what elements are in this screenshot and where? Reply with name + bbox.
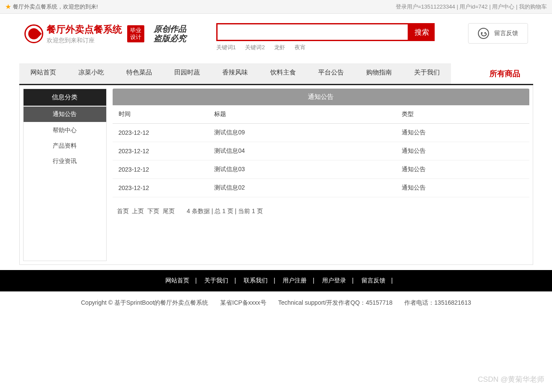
- graduation-badge: 毕业 设计: [127, 25, 144, 42]
- nav-vegetables[interactable]: 田园时蔬: [163, 63, 211, 84]
- nav-special[interactable]: 特色菜品: [115, 63, 163, 84]
- footer-link-register[interactable]: 用户注册: [277, 277, 313, 284]
- logo-subtitle: 欢迎您到来和订座: [47, 37, 122, 45]
- user-center-link[interactable]: 用户中心: [492, 3, 514, 10]
- nav-drinks[interactable]: 饮料主食: [259, 63, 307, 84]
- col-type: 类型: [396, 105, 529, 124]
- pager-info: 4 条数据 | 总 1 页 | 当前 1 页: [187, 208, 263, 214]
- content-header: 通知公告: [113, 89, 529, 105]
- user-id: 用户id=742: [460, 3, 487, 10]
- sidebar-item-help[interactable]: 帮助中心: [24, 123, 106, 138]
- welcome-text: 餐厅外卖点餐系统，欢迎您的到来!: [13, 3, 98, 11]
- pager-first[interactable]: 首页: [117, 208, 129, 214]
- col-time: 时间: [113, 105, 209, 124]
- sidebar-list: 通知公告 帮助中心 产品资料 行业资讯: [24, 107, 106, 169]
- author-phone: 作者电话：13516821613: [404, 299, 471, 306]
- search-row: 搜索: [216, 23, 435, 41]
- keywords: 关键词1 关键词2 龙虾 夜宵: [216, 44, 435, 51]
- col-title: 标题: [208, 105, 396, 124]
- search-input[interactable]: [216, 23, 409, 41]
- person-icon: [478, 28, 489, 39]
- sidebar-item-industry[interactable]: 行业资讯: [24, 154, 106, 169]
- top-bar-right: 登录用户=13511223344 | 用户id=742 | 用户中心 | 我的购…: [396, 3, 547, 11]
- footer-link-contact[interactable]: 联系我们: [238, 277, 274, 284]
- keyword-link[interactable]: 龙虾: [274, 44, 285, 50]
- nav-all-products[interactable]: 所有商品: [477, 63, 533, 84]
- main-content: 信息分类 通知公告 帮助中心 产品资料 行业资讯 通知公告 时间 标题 类型 2…: [19, 85, 533, 265]
- sidebar-title: 信息分类: [24, 89, 106, 106]
- pager-last[interactable]: 尾页: [163, 208, 175, 214]
- nav-guide[interactable]: 购物指南: [355, 63, 403, 84]
- main-nav: 网站首页 凉菜小吃 特色菜品 田园时蔬 香辣风味 饮料主食 平台公告 购物指南 …: [19, 63, 533, 85]
- pager: 首页 上页 下页 尾页 4 条数据 | 总 1 页 | 当前 1 页: [113, 197, 529, 226]
- keyword-link[interactable]: 关键词1: [216, 44, 236, 50]
- search-button[interactable]: 搜索: [409, 23, 435, 41]
- table-row[interactable]: 2023-12-12 测试信息04 通知公告: [113, 142, 529, 160]
- nav-cold-dishes[interactable]: 凉菜小吃: [67, 63, 115, 84]
- pager-prev[interactable]: 上页: [132, 208, 144, 214]
- search-block: 搜索 关键词1 关键词2 龙虾 夜宵: [216, 23, 435, 51]
- header: 餐厅外卖点餐系统 欢迎您到来和订座 毕业 设计 原创作品 盗版必究 搜索 关键词…: [19, 14, 533, 56]
- top-bar-left: ★ 餐厅外卖点餐系统，欢迎您的到来!: [5, 3, 98, 11]
- my-cart-link[interactable]: 我的购物车: [519, 3, 547, 10]
- tech-support: Technical support/开发作者QQ：45157718: [278, 299, 393, 306]
- keyword-link[interactable]: 关键词2: [245, 44, 265, 50]
- logo-text: 餐厅外卖点餐系统 欢迎您到来和订座: [47, 23, 122, 45]
- footer-link-login[interactable]: 用户登录: [316, 277, 352, 284]
- nav-about[interactable]: 关于我们: [403, 63, 451, 84]
- sidebar-item-product[interactable]: 产品资料: [24, 138, 106, 154]
- table-header-row: 时间 标题 类型: [113, 105, 529, 124]
- sidebar: 信息分类 通知公告 帮助中心 产品资料 行业资讯: [23, 89, 107, 261]
- nav-home[interactable]: 网站首页: [19, 63, 67, 84]
- star-icon: ★: [5, 3, 11, 11]
- feedback-button[interactable]: 留言反馈: [468, 23, 528, 44]
- table-row[interactable]: 2023-12-12 测试信息03 通知公告: [113, 160, 529, 179]
- content-panel: 通知公告 时间 标题 类型 2023-12-12 测试信息09 通知公告 202…: [113, 89, 529, 261]
- table-row[interactable]: 2023-12-12 测试信息09 通知公告: [113, 124, 529, 142]
- keyword-link[interactable]: 夜宵: [295, 44, 306, 50]
- footer-link-feedback[interactable]: 留言反馈: [355, 277, 391, 284]
- footer-nav: 网站首页| 关于我们| 联系我们| 用户注册| 用户登录| 留言反馈|: [0, 270, 552, 291]
- footer-link-home[interactable]: 网站首页: [159, 277, 195, 284]
- pager-next[interactable]: 下页: [147, 208, 159, 214]
- logo-title: 餐厅外卖点餐系统: [47, 23, 122, 36]
- feedback-label: 留言反馈: [494, 30, 518, 37]
- logo-icon: [24, 24, 43, 43]
- script-text: 原创作品 盗版必究: [154, 24, 186, 43]
- nav-spicy[interactable]: 香辣风味: [211, 63, 259, 84]
- logo-block[interactable]: 餐厅外卖点餐系统 欢迎您到来和订座 毕业 设计 原创作品 盗版必究: [24, 23, 186, 45]
- table-row[interactable]: 2023-12-12 测试信息02 通知公告: [113, 179, 529, 197]
- icp-text: 某省ICP备xxxx号: [220, 299, 266, 306]
- sidebar-item-notice[interactable]: 通知公告: [24, 107, 106, 122]
- footer-copyright: Copyright © 基于SprintBoot的餐厅外卖点餐系统 某省ICP备…: [0, 291, 552, 315]
- notice-table: 时间 标题 类型 2023-12-12 测试信息09 通知公告 2023-12-…: [113, 105, 529, 197]
- footer-link-about[interactable]: 关于我们: [198, 277, 234, 284]
- login-user: 登录用户=13511223344: [396, 3, 455, 10]
- copyright-text: Copyright © 基于SprintBoot的餐厅外卖点餐系统: [81, 299, 208, 306]
- nav-announcement[interactable]: 平台公告: [307, 63, 355, 84]
- top-bar: ★ 餐厅外卖点餐系统，欢迎您的到来! 登录用户=13511223344 | 用户…: [0, 0, 552, 14]
